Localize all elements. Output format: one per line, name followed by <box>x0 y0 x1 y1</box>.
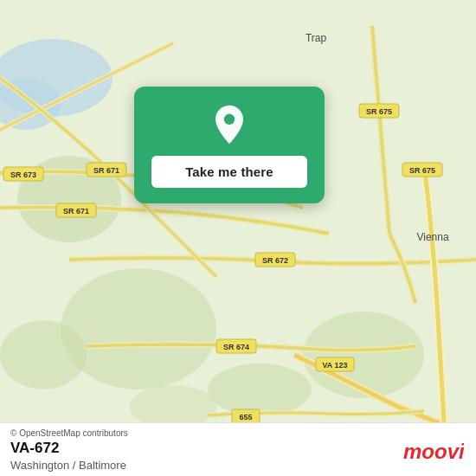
bottom-bar: © OpenStreetMap contributors VA-672 Wash… <box>0 422 476 476</box>
moovit-logo-mark: moovit <box>403 438 464 462</box>
svg-point-31 <box>224 114 235 125</box>
map-pin-icon <box>209 104 250 145</box>
svg-text:SR 671: SR 671 <box>93 166 119 175</box>
svg-text:SR 675: SR 675 <box>409 166 435 175</box>
location-card: Take me there <box>134 87 325 203</box>
location-name: VA-672 <box>10 440 128 457</box>
map-container: SR 673 SR 671 SR 671 SR 675 SR 675 SR 67… <box>0 0 476 476</box>
svg-point-6 <box>0 320 87 389</box>
svg-text:SR 674: SR 674 <box>223 343 249 351</box>
location-info: © OpenStreetMap contributors VA-672 Wash… <box>10 428 128 472</box>
map-background: SR 673 SR 671 SR 671 SR 675 SR 675 SR 67… <box>0 0 476 476</box>
svg-text:SR 675: SR 675 <box>366 107 392 116</box>
svg-text:Vienna: Vienna <box>416 231 448 243</box>
svg-point-7 <box>208 363 312 415</box>
svg-text:VA 123: VA 123 <box>322 361 347 370</box>
attribution-text: © OpenStreetMap contributors <box>10 428 128 438</box>
svg-text:SR 672: SR 672 <box>262 256 288 265</box>
svg-text:moovit: moovit <box>403 440 464 462</box>
take-me-there-button[interactable]: Take me there <box>151 156 307 188</box>
svg-text:Trap: Trap <box>306 32 327 44</box>
svg-text:SR 673: SR 673 <box>10 170 36 179</box>
moovit-logo: moovit <box>403 438 464 462</box>
svg-point-4 <box>61 268 216 389</box>
svg-text:655: 655 <box>239 413 252 421</box>
svg-text:SR 671: SR 671 <box>63 207 89 215</box>
location-region: Washington / Baltimore <box>10 459 128 472</box>
